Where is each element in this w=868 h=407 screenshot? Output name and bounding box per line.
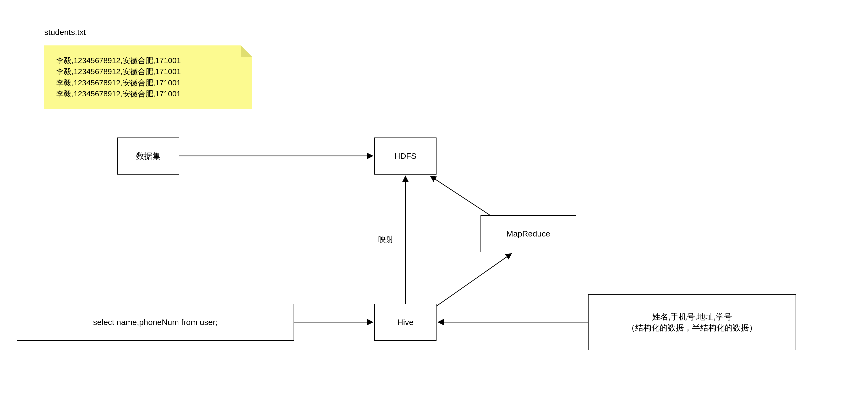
note-line: 李毅,12345678912,安徽合肥,171001	[56, 66, 240, 77]
schema-line-2: （结构化的数据，半结构化的数据）	[627, 322, 757, 333]
node-mapreduce: MapReduce	[480, 215, 576, 252]
file-title: students.txt	[44, 28, 86, 37]
schema-line-1: 姓名,手机号,地址,学号	[627, 311, 757, 322]
node-hive: Hive	[374, 304, 436, 341]
diagram-canvas: students.txt 李毅,12345678912,安徽合肥,171001 …	[0, 0, 868, 407]
node-hdfs: HDFS	[374, 138, 436, 175]
note-line: 李毅,12345678912,安徽合肥,171001	[56, 77, 240, 88]
note-line: 李毅,12345678912,安徽合肥,171001	[56, 88, 240, 99]
note-line: 李毅,12345678912,安徽合肥,171001	[56, 55, 240, 66]
node-query: select name,phoneNum from user;	[17, 304, 294, 341]
node-dataset: 数据集	[117, 138, 179, 175]
note-fold-icon	[241, 46, 252, 57]
edge-label-mapping: 映射	[377, 234, 395, 245]
sticky-note: 李毅,12345678912,安徽合肥,171001 李毅,1234567891…	[44, 46, 252, 109]
edge-hive-to-mapreduce	[436, 254, 512, 306]
node-schema: 姓名,手机号,地址,学号 （结构化的数据，半结构化的数据）	[588, 294, 796, 350]
edge-mapreduce-to-hdfs	[430, 176, 490, 215]
